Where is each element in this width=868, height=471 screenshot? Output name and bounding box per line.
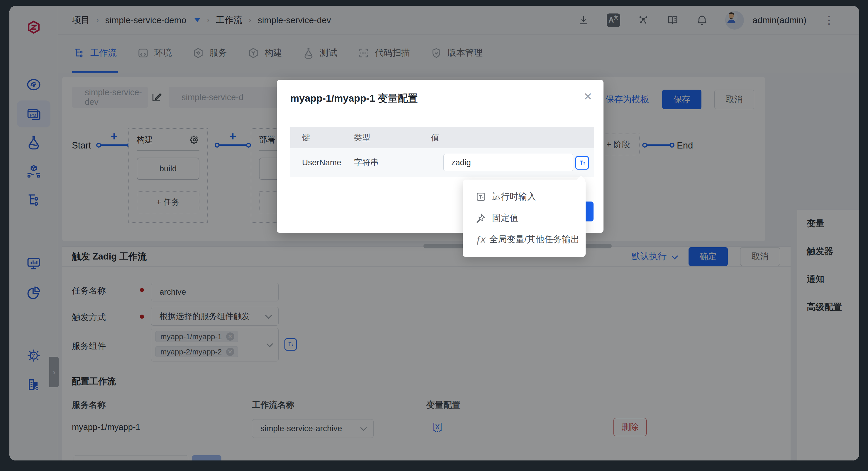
app-window: PM Z › 项目 › simple-service bbox=[9, 6, 859, 461]
variable-table-row: UserName 字符串 bbox=[290, 148, 594, 177]
variable-value-input[interactable] bbox=[443, 154, 573, 171]
col-key: 键 bbox=[290, 132, 354, 143]
modal-overlay[interactable] bbox=[9, 6, 859, 461]
function-fx-icon: ƒx bbox=[476, 234, 487, 245]
variable-table: 键 类型 值 UserName 字符串 bbox=[290, 127, 594, 177]
value-source-dropdown: 运行时输入 固定值 ƒx 全局变量/其他任务输出 bbox=[463, 179, 586, 257]
runtime-input-icon bbox=[476, 192, 486, 202]
dropdown-item-global-variable[interactable]: ƒx 全局变量/其他任务输出 bbox=[463, 229, 586, 250]
col-type: 类型 bbox=[354, 132, 431, 143]
dropdown-item-fixed-value[interactable]: 固定值 bbox=[463, 207, 586, 229]
modal-title: myapp-1/myapp-1 变量配置 bbox=[290, 92, 418, 105]
close-icon[interactable]: ✕ bbox=[584, 91, 592, 102]
dropdown-item-runtime-input[interactable]: 运行时输入 bbox=[463, 186, 586, 207]
col-value: 值 bbox=[431, 132, 439, 143]
variable-type: 字符串 bbox=[354, 157, 431, 168]
variable-key: UserName bbox=[290, 158, 354, 167]
pin-icon bbox=[476, 213, 486, 224]
value-source-type-button[interactable] bbox=[575, 156, 589, 170]
variable-table-header: 键 类型 值 bbox=[290, 127, 594, 148]
